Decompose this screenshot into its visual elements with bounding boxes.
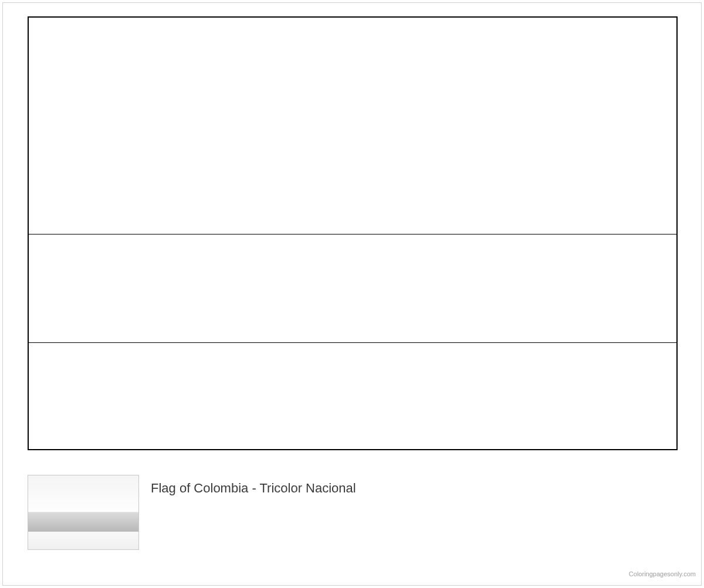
watermark-text: Coloringpagesonly.com [629, 570, 696, 577]
main-flag-outline [28, 16, 678, 450]
mini-flag-stripe-top [28, 475, 138, 512]
flag-stripe-bottom [29, 343, 676, 449]
flag-stripe-middle [29, 234, 676, 343]
flag-stripe-top [29, 18, 676, 234]
mini-flag-stripe-middle [28, 512, 138, 532]
flag-caption: Flag of Colombia - Tricolor Nacional [151, 481, 356, 496]
mini-flag-thumbnail [28, 475, 139, 550]
mini-flag-stripe-bottom [28, 532, 138, 549]
